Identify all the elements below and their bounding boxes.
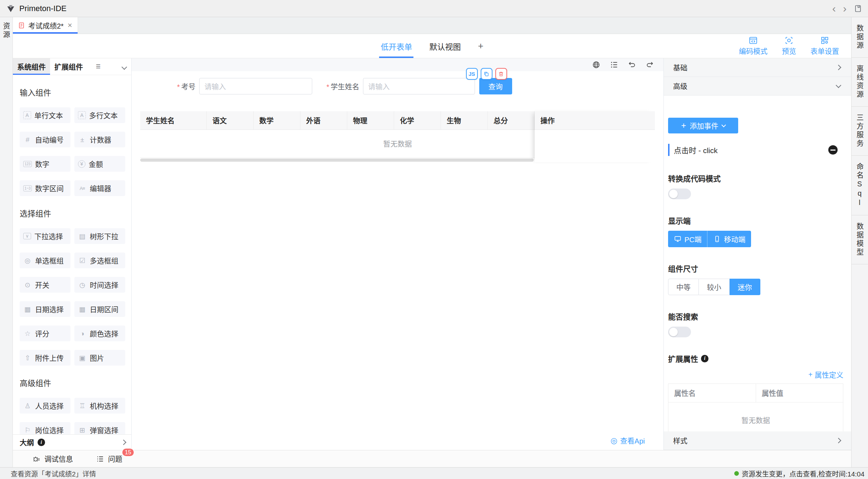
palette-item[interactable]: A多行文本 [74, 107, 125, 123]
prop-define-link[interactable]: +属性定义 [808, 370, 843, 380]
preview-button[interactable]: 预览 [782, 36, 796, 56]
code-mode-button[interactable]: 编码模式 [739, 36, 768, 56]
palette-item[interactable]: ¥金额 [74, 156, 125, 172]
outline-footer[interactable]: 大纲 i [13, 434, 131, 450]
section-style[interactable]: 样式 [664, 431, 851, 450]
toggle-knob [669, 328, 678, 336]
palette-item[interactable]: A≡编辑器 [74, 180, 125, 196]
palette-list: 输入组件A单行文本A多行文本#自动编号±计数器123数字¥金额1~3数字区间A≡… [13, 75, 131, 434]
palette-item[interactable]: ☑多选框组 [74, 253, 125, 268]
palette-item[interactable]: #自动编号 [20, 132, 70, 147]
exam-no-input[interactable]: 请输入 [199, 78, 312, 94]
palette-item[interactable]: 123数字 [20, 156, 70, 172]
right-rail-tab[interactable]: 三方服务 [852, 107, 868, 156]
required-asterisk: * [327, 83, 329, 91]
right-rail-tab[interactable]: 命名Sql [852, 156, 868, 215]
remove-event-icon[interactable] [828, 145, 838, 155]
title-bar: Primeton-IDE ‹ › [0, 0, 868, 17]
date-range-icon: ▦ [78, 306, 87, 313]
right-rail-tab[interactable]: 离线资源 [852, 58, 868, 107]
save-icon[interactable] [854, 4, 862, 13]
pc-side-button[interactable]: PC端 [668, 231, 707, 247]
size-option[interactable]: 迷你 [730, 279, 760, 295]
palette-menu-icon[interactable]: ☰ [96, 63, 100, 70]
palette-item[interactable]: 1~3数字区间 [20, 180, 70, 196]
canvas-toolbar [132, 58, 663, 71]
palette-item[interactable]: ⊞弹窗选择 [74, 422, 125, 434]
copy-icon[interactable] [481, 68, 492, 80]
globe-icon[interactable] [592, 60, 600, 69]
undo-icon[interactable] [628, 60, 636, 69]
js-action-icon[interactable]: JS [466, 68, 478, 80]
palette-item[interactable]: ▦日期区间 [74, 301, 125, 317]
outline-tree-icon[interactable] [610, 60, 618, 69]
table-column-header: 外语 [300, 111, 347, 129]
app-title: Primeton-IDE [19, 4, 67, 13]
palette-tab[interactable]: 扩展组件 [50, 58, 87, 75]
search-button-wrap: 查询 JS [479, 78, 512, 94]
table-column-header: 总分 [488, 111, 535, 129]
document-tab[interactable]: 考试成绩2* × [13, 17, 78, 34]
size-option[interactable]: 中等 [668, 279, 699, 295]
palette-grid: A单行文本A多行文本#自动编号±计数器123数字¥金额1~3数字区间A≡编辑器 [20, 107, 125, 196]
palette-item[interactable]: ◎单选框组 [20, 253, 70, 268]
add-view-tab-button[interactable]: + [478, 34, 483, 58]
status-right[interactable]: 资源发生变更，点击查看,检查时间:14:04 [734, 469, 864, 478]
palette-tab[interactable]: 系统组件 [13, 58, 50, 75]
palette-item[interactable]: A单行文本 [20, 107, 70, 123]
debug-info-button[interactable]: 调试信息 [32, 454, 73, 464]
event-item-row[interactable]: 点击时 - click [668, 143, 843, 157]
close-tab-icon[interactable]: × [68, 22, 72, 29]
nav-back-icon[interactable]: ‹ [832, 4, 836, 13]
redo-icon[interactable] [646, 60, 654, 69]
palette-item-label: 开关 [35, 280, 49, 290]
palette-item[interactable]: ☆评分 [20, 326, 70, 341]
form-settings-button[interactable]: 表单设置 [810, 36, 839, 56]
search-button[interactable]: 查询 [479, 78, 512, 94]
palette-item-label: 单行文本 [34, 110, 63, 121]
student-name-input[interactable]: 请输入 [363, 78, 475, 94]
scrollbar-thumb[interactable] [140, 158, 534, 162]
palette-item[interactable]: ◷时间选择 [74, 277, 125, 293]
right-rail-tab[interactable]: 数据模型 [852, 215, 868, 264]
event-item-label: 点击时 - click [674, 145, 718, 155]
view-tab[interactable]: 默认视图 [429, 34, 461, 58]
palette-item[interactable]: ⊙开关 [20, 277, 70, 293]
palette-item[interactable]: ♙人员选择 [20, 398, 70, 414]
left-rail: 资源 [0, 17, 13, 467]
design-canvas[interactable]: *考号 请输入 *学生姓名 请输入 查询 JS [132, 58, 663, 450]
palette-item[interactable]: ⚐岗位选择 [20, 422, 70, 434]
palette-item[interactable]: ♖机构选择 [74, 398, 125, 414]
searchable-toggle[interactable] [668, 327, 691, 337]
add-event-button[interactable]: + 添加事件 [668, 118, 738, 133]
palette-item[interactable]: ▦日期选择 [20, 301, 70, 317]
palette-item[interactable]: ∨下拉选择 [20, 228, 70, 244]
section-basic[interactable]: 基础 [664, 58, 851, 77]
size-option[interactable]: 较小 [699, 279, 730, 295]
preview-eye-icon [784, 36, 794, 45]
operation-fixed-column: 操作 [535, 111, 655, 162]
palette-item-label: 日期区间 [90, 304, 118, 314]
delete-icon[interactable] [495, 68, 507, 80]
table-column-header: 数学 [254, 111, 300, 129]
status-left-text[interactable]: 查看资源「考试成绩2」详情 [11, 469, 96, 478]
section-advanced[interactable]: 高级 [664, 77, 851, 96]
palette-collapse-icon[interactable] [122, 63, 126, 71]
palette-item[interactable]: ⇧附件上传 [20, 350, 70, 366]
results-table[interactable]: 学生姓名语文数学外语物理化学生物总分 暂无数据 操作 [140, 111, 655, 162]
issues-button[interactable]: 问题 15 [96, 454, 122, 464]
checkbox-group-icon: ☑ [78, 257, 87, 264]
code-mode-toggle[interactable] [668, 189, 691, 199]
mobile-side-button[interactable]: 移动端 [707, 231, 751, 247]
palette-item[interactable]: ◑颜色选择 [74, 326, 125, 341]
palette-item[interactable]: ▤树形下拉 [74, 228, 125, 244]
right-rail-tab[interactable]: 数据源 [852, 17, 868, 58]
view-tabs: 低开表单默认视图+ [13, 34, 851, 58]
view-api-link[interactable]: ◎ 查看Api [610, 435, 645, 446]
view-tab[interactable]: 低开表单 [381, 34, 412, 58]
org-select-icon: ♖ [78, 402, 87, 409]
nav-forward-icon[interactable]: › [843, 4, 847, 13]
palette-item[interactable]: ▣图片 [74, 350, 125, 366]
palette-item[interactable]: ±计数器 [74, 132, 125, 147]
resources-rail-tab[interactable]: 资源 [1, 22, 11, 467]
